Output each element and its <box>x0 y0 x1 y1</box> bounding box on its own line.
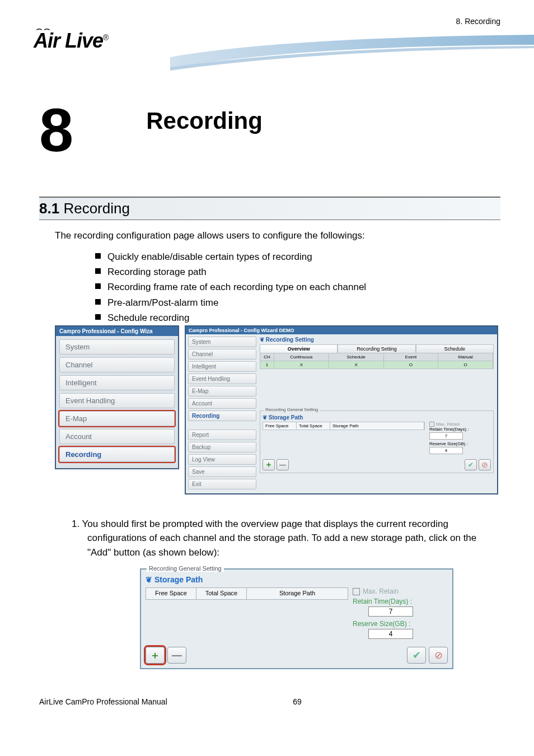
reserve-size-field[interactable]: 4 <box>429 447 463 454</box>
cancel-button[interactable]: ⊘ <box>479 459 491 470</box>
minus-icon: — <box>172 650 182 661</box>
nav-event-handling[interactable]: Event Handling <box>188 374 256 384</box>
nav-report[interactable]: Report <box>188 430 256 440</box>
nav-recording[interactable]: Recording <box>188 410 256 421</box>
sidebar-item-recording[interactable]: Recording <box>59 447 175 462</box>
cancel-icon: ⊘ <box>481 460 488 469</box>
storage-path-title: ❦ Storage Path <box>146 575 448 584</box>
storage-path-detail-screenshot: Recording General Setting ❦ Storage Path… <box>140 568 453 669</box>
table-row[interactable]: 1 X X O O <box>260 361 494 369</box>
retain-days-label: Retain Time(Days) : <box>429 427 491 432</box>
nav-system[interactable]: System <box>188 337 256 347</box>
nav-backup[interactable]: Backup <box>188 442 256 452</box>
header-swoosh <box>170 35 534 74</box>
sidebar-screenshot: Campro Professional - Config Wiza System… <box>55 325 179 469</box>
reserve-size-label: Reserve Size(GB) : <box>353 620 448 628</box>
window-titlebar: Campro Professional - Config Wizard DEMO <box>186 326 497 334</box>
tab-recording-setting[interactable]: Recording Setting <box>338 344 415 353</box>
config-nav: System Channel Intelligent Event Handlin… <box>186 334 259 493</box>
apply-button[interactable]: ✔ <box>465 459 477 470</box>
add-button[interactable]: ＋ <box>263 459 275 470</box>
bullet-item: Recording frame rate of each recording t… <box>95 279 500 295</box>
reserve-size-field[interactable]: 4 <box>368 629 413 639</box>
storage-path-table-header: Free Space Total Space Storage Path <box>146 587 348 600</box>
nav-account[interactable]: Account <box>188 398 256 409</box>
bullet-item: Schedule recording <box>95 310 500 325</box>
sidebar-item-emap[interactable]: E-Map <box>59 411 175 426</box>
chapter-title: Recording <box>146 108 263 134</box>
retain-days-label: Retain Time(Days) : <box>353 598 448 605</box>
add-button[interactable]: ＋ <box>146 647 165 664</box>
cancel-button[interactable]: ⊘ <box>429 647 448 664</box>
plus-icon: ＋ <box>150 648 160 662</box>
general-setting-legend: Recording General Setting <box>264 407 320 412</box>
tab-overview[interactable]: Overview <box>260 344 338 353</box>
plus-icon: ＋ <box>265 460 273 470</box>
bullet-list: Quickly enable/disable certain types of … <box>95 249 500 325</box>
reserve-size-label: Reserve Size(GB) : <box>429 441 491 446</box>
remove-button[interactable]: — <box>167 647 186 664</box>
tabs: Overview Recording Setting Schedule <box>260 344 494 353</box>
minus-icon: — <box>279 461 286 469</box>
nav-emap[interactable]: E-Map <box>188 386 256 396</box>
logo: ⌢⌢ Air Live® <box>34 26 108 53</box>
footer-page: 69 <box>293 697 339 706</box>
retain-days-field[interactable]: 7 <box>429 432 463 440</box>
footer: AirLive CamPro Professional Manual 69 <box>39 697 500 706</box>
check-icon: ✔ <box>413 649 421 661</box>
nav-intelligent[interactable]: Intelligent <box>188 361 256 372</box>
bullet-item: Pre-alarm/Post-alarm time <box>95 295 500 310</box>
window-titlebar: Campro Professional - Config Wiza <box>56 326 178 336</box>
detail-legend: Recording General Setting <box>147 565 224 572</box>
recording-setting-heading: ❦ Recording Setting <box>260 337 494 343</box>
sidebar-item-account[interactable]: Account <box>59 429 175 444</box>
footer-title: AirLive CamPro Professional Manual <box>39 697 293 706</box>
max-retain-checkbox[interactable]: Max. Retain <box>353 587 448 595</box>
sidebar-item-channel[interactable]: Channel <box>59 357 175 372</box>
sidebar-item-system[interactable]: System <box>59 339 175 354</box>
storage-path-table-header: Free Space Total Space Storage Path <box>263 422 425 430</box>
cancel-icon: ⊘ <box>434 649 443 661</box>
sidebar-item-intelligent[interactable]: Intelligent <box>59 375 175 390</box>
breadcrumb: 8. Recording <box>39 17 500 26</box>
config-screenshot: Campro Professional - Config Wizard DEMO… <box>185 325 498 494</box>
header: ⌢⌢ Air Live® <box>39 29 500 85</box>
nav-exit[interactable]: Exit <box>188 479 256 489</box>
section-heading: 8.1 Recording <box>39 197 500 220</box>
sidebar-item-event-handling[interactable]: Event Handling <box>59 393 175 408</box>
apply-button[interactable]: ✔ <box>407 647 426 664</box>
nav-save[interactable]: Save <box>188 466 256 477</box>
nav-logview[interactable]: Log View <box>188 454 256 465</box>
max-retain-checkbox[interactable]: Max. Retain <box>429 422 491 427</box>
numbered-paragraph: 1. You should first be prompted with the… <box>72 517 484 560</box>
table-header: CH Continuous Schedule Event Manual <box>260 353 494 361</box>
retain-days-field[interactable]: 7 <box>368 606 413 617</box>
intro-text: The recording configuration page allows … <box>55 230 500 241</box>
chapter-number: 8 <box>39 102 73 157</box>
remove-button[interactable]: — <box>277 459 289 470</box>
general-setting-group: Recording General Setting ❦ Storage Path… <box>260 410 494 473</box>
check-icon: ✔ <box>468 461 474 469</box>
tab-schedule[interactable]: Schedule <box>416 344 494 353</box>
nav-channel[interactable]: Channel <box>188 349 256 360</box>
bullet-item: Quickly enable/disable certain types of … <box>95 249 500 264</box>
storage-path-heading: ❦ Storage Path <box>263 414 491 421</box>
bullet-item: Recording storage path <box>95 264 500 279</box>
